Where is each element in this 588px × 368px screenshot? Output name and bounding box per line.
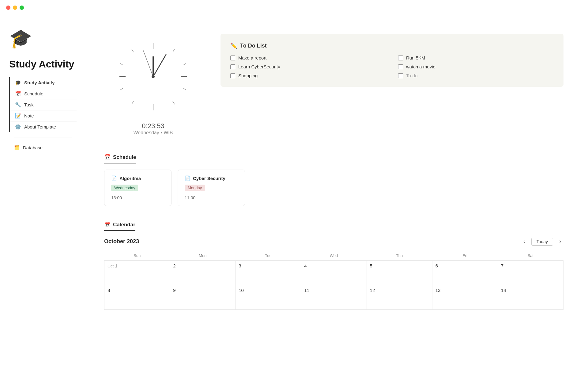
note-icon: 📝	[15, 113, 21, 119]
schedule-card-2-icon: 📄	[185, 175, 190, 181]
cal-day-11: 11	[304, 288, 309, 293]
cal-day-13: 13	[435, 288, 441, 293]
main-content: 0:23:53 Wednesday • WIB ✏️ To Do List Ma…	[86, 15, 588, 368]
cal-day-2: 2	[173, 263, 175, 268]
cal-cell-13[interactable]: 13	[432, 285, 498, 310]
svg-line-13	[153, 55, 166, 77]
todo-item-1: Make a report	[230, 55, 386, 60]
app-container: 🎓 Study Activity 🎓 Study Activity 📅 Sche…	[0, 0, 588, 368]
todo-item-5: Shopping	[230, 73, 386, 78]
schedule-card-1-icon: 📄	[111, 175, 117, 181]
cal-day-1: 1	[115, 263, 117, 268]
schedule-tab-label: Schedule	[113, 154, 136, 160]
todo-checkbox-3[interactable]	[230, 64, 235, 69]
traffic-light-yellow[interactable]	[13, 6, 17, 10]
cal-cell-10[interactable]: 10	[236, 285, 301, 310]
cal-cell-7[interactable]: 7	[498, 261, 563, 285]
schedule-card-1: 📄 Algoritma Wednesday 13:00	[104, 170, 172, 206]
svg-line-1	[173, 49, 175, 52]
schedule-card-1-name: Algoritma	[119, 176, 141, 181]
todo-label-6: To-do	[406, 73, 418, 78]
about-icon: ⚙️	[15, 124, 21, 130]
cal-cell-5[interactable]: 5	[367, 261, 432, 285]
cal-day-9: 9	[173, 288, 175, 293]
sidebar-logo: 🎓	[9, 28, 77, 49]
cal-cell-11[interactable]: 11	[301, 285, 367, 310]
todo-checkbox-4[interactable]	[398, 64, 403, 69]
svg-line-7	[132, 101, 134, 104]
calendar-prev-button[interactable]: ‹	[521, 237, 528, 246]
cal-day-tue: Tue	[236, 251, 301, 261]
cal-cell-12[interactable]: 12	[367, 285, 432, 310]
calendar-nav: ‹ Today ›	[521, 237, 564, 246]
schedule-card-1-time: 13:00	[111, 195, 164, 200]
calendar-month-label: October 2023	[104, 238, 139, 245]
sidebar-item-task[interactable]: 🔧 Task	[10, 99, 77, 110]
todo-label-5: Shopping	[238, 73, 258, 78]
sidebar-database[interactable]: 🗂️ Database	[9, 142, 77, 153]
todo-header: ✏️ To Do List	[230, 42, 554, 49]
todo-grid: Make a report Run 5KM Learn CyberSecurit…	[230, 55, 554, 78]
svg-line-5	[173, 101, 175, 104]
sidebar-title: Study Activity	[9, 59, 77, 70]
traffic-light-red[interactable]	[6, 6, 10, 10]
svg-line-10	[120, 63, 123, 65]
calendar-section: 📅 Calendar October 2023 ‹ Today › Sun Mo…	[104, 221, 564, 310]
sidebar-item-schedule-label: Schedule	[24, 91, 43, 96]
traffic-light-green[interactable]	[20, 6, 24, 10]
svg-point-15	[152, 75, 155, 78]
database-icon: 🗂️	[14, 145, 20, 150]
todo-label-3: Learn CyberSecurity	[238, 64, 280, 69]
cal-cell-9[interactable]: 9	[170, 285, 236, 310]
sidebar-item-note[interactable]: 📝 Note	[10, 110, 77, 121]
schedule-section: 📅 Schedule 📄 Algoritma Wednesday 13:00 📄…	[104, 154, 564, 206]
clock-date: Wednesday • WIB	[134, 130, 173, 136]
database-label: Database	[23, 145, 43, 150]
sidebar-item-about-label: About Template	[24, 124, 56, 129]
cal-day-5: 5	[370, 263, 372, 268]
schedule-card-2-time: 11:00	[185, 195, 238, 200]
cal-day-10: 10	[239, 288, 244, 293]
calendar-next-button[interactable]: ›	[557, 237, 564, 246]
todo-header-icon: ✏️	[230, 42, 237, 49]
cal-day-sat: Sat	[498, 251, 563, 261]
sidebar-item-study-activity[interactable]: 🎓 Study Activity	[10, 77, 77, 88]
todo-checkbox-1[interactable]	[230, 56, 235, 60]
cal-day-thu: Thu	[367, 251, 432, 261]
cal-day-mon: Mon	[170, 251, 236, 261]
todo-section: ✏️ To Do List Make a report Run 5KM Lear…	[221, 34, 564, 87]
svg-line-2	[183, 63, 186, 65]
cal-cell-4[interactable]: 4	[301, 261, 367, 285]
schedule-tab-icon: 📅	[104, 154, 111, 160]
calendar-days-header: Sun Mon Tue Wed Thu Fri Sat	[104, 251, 564, 261]
sidebar-item-about[interactable]: ⚙️ About Template	[10, 121, 77, 132]
analog-clock	[110, 34, 196, 120]
cal-cell-14[interactable]: 14	[498, 285, 563, 310]
svg-line-8	[120, 88, 123, 90]
schedule-cards: 📄 Algoritma Wednesday 13:00 📄 Cyber Secu…	[104, 170, 564, 206]
todo-item-4: watch a movie	[398, 64, 554, 69]
todo-checkbox-6[interactable]	[398, 73, 403, 78]
cal-day-3: 3	[239, 263, 241, 268]
schedule-card-2: 📄 Cyber Security Monday 11:00	[178, 170, 245, 206]
calendar-header-row: October 2023 ‹ Today ›	[104, 237, 564, 246]
sidebar: 🎓 Study Activity 🎓 Study Activity 📅 Sche…	[0, 15, 86, 368]
cal-day-7: 7	[501, 263, 503, 268]
sidebar-item-schedule[interactable]: 📅 Schedule	[10, 88, 77, 99]
todo-checkbox-5[interactable]	[230, 73, 235, 78]
cal-cell-3[interactable]: 3	[236, 261, 301, 285]
todo-checkbox-2[interactable]	[398, 56, 403, 60]
todo-label-2: Run 5KM	[406, 55, 425, 60]
calendar-today-button[interactable]: Today	[531, 238, 553, 246]
task-icon: 🔧	[15, 102, 21, 108]
cal-day-wed: Wed	[301, 251, 367, 261]
schedule-tab[interactable]: 📅 Schedule	[104, 154, 136, 163]
schedule-card-1-title: 📄 Algoritma	[111, 175, 164, 181]
cal-day-12: 12	[370, 288, 375, 293]
cal-cell-8[interactable]: 8	[104, 285, 170, 310]
todo-header-label: To Do List	[240, 43, 267, 49]
cal-cell-2[interactable]: 2	[170, 261, 236, 285]
calendar-tab[interactable]: 📅 Calendar	[104, 221, 135, 231]
cal-cell-oct1[interactable]: Oct 1	[104, 261, 170, 285]
cal-cell-6[interactable]: 6	[432, 261, 498, 285]
